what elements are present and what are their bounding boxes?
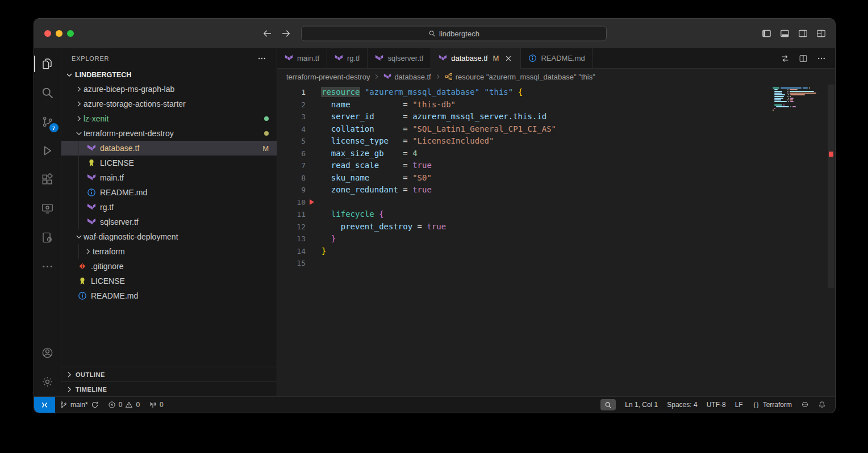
tree-file-database.tf[interactable]: database.tfM (61, 141, 277, 156)
compare-changes-icon[interactable] (781, 54, 790, 63)
code-line-1[interactable]: 1resource "azurerm_mssql_database" "this… (277, 86, 835, 99)
customize-layout-icon[interactable] (816, 29, 826, 39)
tree-file-README.md[interactable]: README.md (61, 185, 277, 200)
breadcrumb-item[interactable]: terraform-prevent-destroy (286, 73, 370, 81)
editor[interactable]: 1resource "azurerm_mssql_database" "this… (277, 85, 835, 396)
tab-modified-badge: M (493, 54, 499, 62)
tree-file-README.md[interactable]: README.md (61, 288, 277, 303)
tab-main.tf[interactable]: main.tf (277, 48, 327, 68)
chevron-right-icon (65, 385, 74, 394)
tree-folder-terraform-prevent-destroy[interactable]: terraform-prevent-destroy (61, 126, 277, 141)
command-center[interactable]: lindbergtech (301, 26, 607, 41)
code-line-4[interactable]: 4 collation = "SQL_Latin1_General_CP1_CI… (277, 123, 835, 136)
tree-folder-azure-bicep-ms-graph-lab[interactable]: azure-bicep-ms-graph-lab (61, 82, 277, 97)
line-text (306, 257, 322, 270)
workspace-root[interactable]: LINDBERGTECH (61, 68, 277, 82)
breadcrumb-item[interactable]: resource "azurerm_mssql_database" "this" (445, 73, 595, 81)
arrow-right-button[interactable] (281, 29, 291, 39)
explorer-more-actions[interactable] (257, 54, 266, 63)
toggle-panel-icon[interactable] (780, 29, 790, 39)
cursor-position[interactable]: Ln 1, Col 1 (620, 397, 662, 413)
search-icon (428, 30, 436, 37)
code-line-10[interactable]: 10 (277, 196, 835, 209)
arrow-left-button[interactable] (262, 29, 272, 39)
tab-rg.tf[interactable]: rg.tf (327, 48, 368, 68)
code-line-6[interactable]: 6 max_size_gb = 4 (277, 148, 835, 160)
eol[interactable]: LF (731, 397, 748, 413)
chevron-down-icon (65, 70, 74, 79)
close-window-button[interactable] (44, 30, 51, 37)
tree-folder-waf-diagnostic-deployment[interactable]: waf-diagnostic-deployment (61, 229, 277, 244)
notifications[interactable] (813, 397, 831, 413)
code-line-2[interactable]: 2 name = "this-db" (277, 99, 835, 111)
copilot[interactable] (796, 397, 813, 413)
indentation[interactable]: Spaces: 4 (662, 397, 702, 413)
close-tab-icon[interactable] (504, 54, 513, 63)
activity-settings-gear[interactable] (34, 367, 61, 396)
boxed-search-icon (600, 399, 616, 410)
code-line-11[interactable]: 11 lifecycle { (277, 208, 835, 221)
language-mode[interactable]: {}Terraform (748, 397, 796, 413)
zoom-window-button[interactable] (67, 30, 74, 37)
toggle-sidebar-icon[interactable] (762, 29, 771, 39)
tree-file-main.tf[interactable]: main.tf (61, 170, 277, 185)
activity-source-control[interactable]: 7 (34, 107, 61, 136)
line-text: max_size_gb = 4 (306, 148, 418, 160)
tree-file-rg.tf[interactable]: rg.tf (61, 200, 277, 215)
minimap[interactable] (773, 87, 825, 113)
tree-file-LICENSE[interactable]: LICENSE (61, 156, 277, 170)
item-label: azure-storage-actions-starter (84, 99, 186, 108)
status-label: LF (735, 401, 743, 409)
problems-indicator[interactable]: 00 (103, 397, 144, 413)
activity-workspace-tools[interactable] (34, 223, 61, 252)
line-number: 1 (277, 86, 306, 99)
tree-folder-terraform[interactable]: terraform (61, 244, 277, 259)
code-line-9[interactable]: 9 zone_redundant = true (277, 184, 835, 196)
tree-folder-azure-storage-actions-starter[interactable]: azure-storage-actions-starter (61, 97, 277, 111)
status-bar-right: Ln 1, Col 1Spaces: 4UTF-8LF{}Terraform (596, 397, 831, 413)
breadcrumb-item[interactable]: database.tf (383, 73, 431, 81)
code-line-3[interactable]: 3 server_id = azurerm_mssql_server.this.… (277, 111, 835, 123)
remote-indicator[interactable] (34, 397, 55, 413)
activity-run-debug[interactable] (34, 136, 61, 165)
activity-account[interactable] (34, 338, 61, 367)
activity-extensions[interactable] (34, 165, 61, 194)
activity-search[interactable] (34, 78, 61, 107)
code-line-7[interactable]: 7 read_scale = true (277, 160, 835, 172)
ports-indicator[interactable]: 0 (144, 397, 168, 413)
code-line-5[interactable]: 5 license_type = "LicenseIncluded" (277, 135, 835, 148)
activity-more[interactable] (34, 252, 61, 281)
split-editor-icon[interactable] (799, 54, 808, 63)
activity-remote-explorer[interactable] (34, 194, 61, 223)
toggle-secondary-sidebar-icon[interactable] (798, 29, 808, 39)
status-label: Ln 1, Col 1 (625, 401, 658, 409)
tab-sqlserver.tf[interactable]: sqlserver.tf (368, 48, 431, 68)
scrollbar-slider[interactable] (828, 85, 834, 288)
code-line-13[interactable]: 13 } (277, 233, 835, 245)
scrollbar[interactable] (827, 85, 835, 396)
minimize-window-button[interactable] (56, 30, 62, 37)
tree-file-.gitignore[interactable]: .gitignore (61, 259, 277, 274)
section-outline[interactable]: OUTLINE (61, 367, 277, 381)
git-icon (78, 262, 87, 271)
copilot-icon (801, 401, 809, 409)
code-line-14[interactable]: 14} (277, 245, 835, 258)
tab-README.md[interactable]: README.md (521, 48, 592, 68)
code-line-15[interactable]: 15 (277, 257, 835, 270)
item-label: sqlserver.tf (100, 217, 139, 227)
activity-files[interactable] (34, 49, 61, 78)
tab-database.tf[interactable]: database.tfM (431, 48, 521, 68)
more-actions-icon[interactable] (817, 54, 826, 63)
section-timeline[interactable]: TIMELINE (61, 381, 277, 396)
line-text: lifecycle { (306, 208, 384, 221)
branch-indicator[interactable]: main* (55, 397, 103, 413)
zoom-indicator[interactable] (596, 397, 620, 413)
tree-file-sqlserver.tf[interactable]: sqlserver.tf (61, 215, 277, 229)
code-line-8[interactable]: 8 sku_name = "S0" (277, 172, 835, 184)
tree-file-LICENSE[interactable]: LICENSE (61, 274, 277, 288)
code-line-12[interactable]: 12 prevent_destroy = true (277, 221, 835, 233)
tree-folder-lz-xenit[interactable]: lz-xenit (61, 111, 277, 126)
line-number: 14 (277, 245, 306, 258)
line-number: 8 (277, 172, 306, 184)
encoding[interactable]: UTF-8 (702, 397, 731, 413)
